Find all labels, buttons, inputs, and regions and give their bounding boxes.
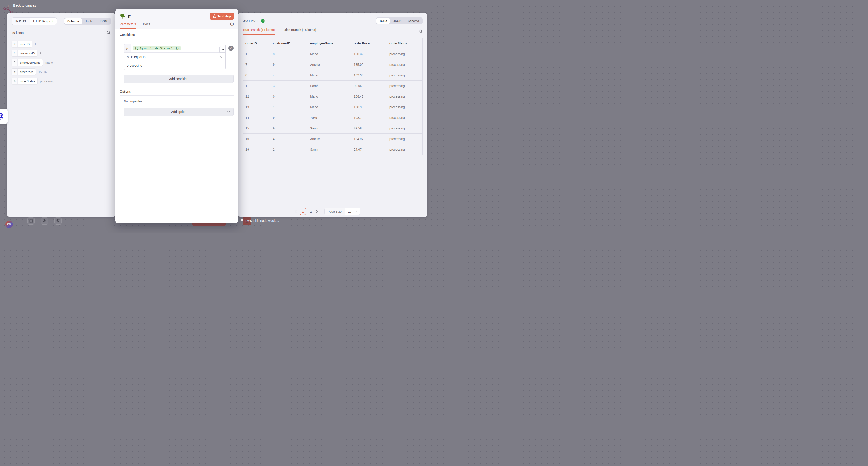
table-row[interactable]: 13 1 Mario 138.99 processing	[243, 102, 423, 112]
cell: processing	[387, 123, 423, 134]
field-value: 150.32	[38, 70, 48, 74]
column-header[interactable]: orderPrice	[351, 38, 387, 49]
page-button-1[interactable]: 1	[300, 208, 306, 215]
section-divider	[120, 95, 234, 96]
tab-docs[interactable]: Docs	[143, 22, 150, 29]
input-tab-schema[interactable]: Schema	[64, 18, 82, 24]
schema-item[interactable]: # orderID 1	[11, 41, 36, 47]
column-header[interactable]: customerID	[270, 38, 307, 49]
cell: 14	[243, 112, 270, 123]
table-row[interactable]: 14 9 Yoko 108.7 processing	[243, 112, 423, 123]
field-name: orderPrice	[18, 69, 36, 75]
output-tab-schema[interactable]: Schema	[405, 18, 422, 24]
chevron-down-icon	[227, 111, 230, 113]
input-tab-table[interactable]: Table	[83, 18, 96, 24]
schema-item[interactable]: A employeeName Mario	[11, 59, 53, 66]
back-to-canvas-button[interactable]: ← Back to canvas	[7, 3, 36, 7]
field-type-icon: #	[12, 41, 18, 47]
input-node-chip-http-request[interactable]	[0, 109, 8, 124]
cell: Mario	[307, 70, 351, 80]
field-name: employeeName	[18, 59, 43, 66]
tab-parameters[interactable]: Parameters	[120, 22, 136, 29]
input-node-button[interactable]: HTTP Request	[30, 18, 57, 25]
page-button-2[interactable]: 2	[309, 210, 313, 213]
cell: 90.56	[351, 80, 387, 91]
column-header[interactable]: orderStatus	[387, 38, 423, 49]
table-row[interactable]: 16 4 Amelie 124.97 processing	[243, 134, 423, 144]
input-view-switcher: Schema Table JSON	[64, 18, 111, 25]
table-row[interactable]: 1 8 Mario 150.32 processing	[243, 49, 423, 59]
output-search-button[interactable]	[418, 29, 423, 33]
tab-true-branch[interactable]: True Branch (14 items)	[243, 28, 275, 35]
column-header[interactable]: orderID	[243, 38, 270, 49]
cell: 135.02	[351, 59, 387, 70]
input-node-selector: INPUT HTTP Request	[11, 18, 57, 25]
branch-tabs: True Branch (14 items) False Branch (16 …	[243, 28, 423, 35]
cell: Mario	[307, 102, 351, 112]
condition-operator-select[interactable]: A is equal to	[124, 53, 225, 61]
expression-input[interactable]: {{ $json["orderStatus"] }}	[133, 46, 181, 51]
field-name: customerID	[18, 50, 37, 57]
back-to-canvas-label: Back to canvas	[13, 3, 36, 7]
table-row[interactable]: 11 3 Sarah 90.56 processing	[243, 80, 423, 91]
page-size-select[interactable]: 10	[345, 208, 360, 215]
cell: processing	[387, 102, 423, 112]
cell: 16	[243, 134, 270, 144]
cell: 9	[270, 112, 307, 123]
page-size-control: Page Size 10	[324, 208, 361, 215]
cell: Sarah	[307, 80, 351, 91]
page-size-value: 10	[348, 210, 351, 213]
output-tab-table[interactable]: Table	[376, 18, 390, 24]
operator-label: is equal to	[131, 55, 146, 59]
cell: 3	[270, 80, 307, 91]
zoom-in-button	[41, 217, 48, 225]
tab-false-branch[interactable]: False Branch (16 items)	[283, 28, 316, 35]
cell: processing	[387, 112, 423, 123]
field-name: orderID	[18, 41, 32, 47]
cell: Amelie	[307, 134, 351, 144]
add-condition-button[interactable]: Add condition	[124, 74, 234, 83]
cell: Samir	[307, 144, 351, 155]
success-check-icon: ✓	[261, 19, 265, 23]
open-expression-editor-button[interactable]	[219, 46, 225, 53]
add-option-button[interactable]: Add option	[124, 107, 234, 116]
cell: 13	[243, 102, 270, 112]
cell: Samir	[307, 123, 351, 134]
conditions-heading: Conditions	[120, 33, 234, 37]
search-icon	[418, 29, 423, 33]
node-settings-gear-icon[interactable]: ⚙	[230, 22, 234, 27]
cell: 32.58	[351, 123, 387, 134]
table-row[interactable]: 7 9 Amelie 135.02 processing	[243, 59, 423, 70]
parameters-pane: Conditions fx {{ $json["orderStatus"] }}…	[115, 29, 238, 223]
table-row[interactable]: 12 6 Mario 168.48 processing	[243, 91, 423, 102]
page-size-label: Page Size	[324, 208, 345, 215]
no-properties-text: No properties	[124, 100, 234, 103]
next-page-button[interactable]	[316, 210, 318, 213]
add-option-label: Add option	[171, 110, 186, 113]
cell: 1	[243, 49, 270, 59]
flask-icon	[213, 14, 216, 18]
column-header[interactable]: employeeName	[307, 38, 351, 49]
condition-right-value[interactable]: processing	[124, 61, 225, 70]
schema-item[interactable]: # orderPrice 150.32	[11, 68, 48, 75]
input-search-button[interactable]	[107, 31, 111, 35]
cell: 6	[270, 91, 307, 102]
cell: 9	[270, 59, 307, 70]
previous-page-button[interactable]	[294, 210, 297, 213]
zoom-out-icon	[56, 219, 60, 223]
table-row[interactable]: 15 9 Samir 32.58 processing	[243, 123, 423, 134]
cell: 168.48	[351, 91, 387, 102]
condition-left-value[interactable]: fx {{ $json["orderStatus"] }}	[124, 44, 225, 53]
input-tab-json[interactable]: JSON	[96, 18, 110, 24]
cell: 124.97	[351, 134, 387, 144]
schema-item[interactable]: # customerID 8	[11, 50, 41, 57]
expand-icon	[221, 48, 224, 51]
schema-item[interactable]: A orderStatus processing	[11, 78, 54, 85]
condition-card: fx {{ $json["orderStatus"] }} A is equal…	[124, 44, 225, 70]
table-row[interactable]: 19 2 Samir 24.07 processing	[243, 144, 423, 155]
output-tab-json[interactable]: JSON	[391, 18, 404, 24]
test-step-button[interactable]: Test step	[210, 13, 234, 20]
node-feedback-link[interactable]: I wish this node would...	[240, 219, 279, 223]
condition-valid-icon: ✓	[228, 46, 234, 51]
table-row[interactable]: 8 4 Mario 163.38 processing	[243, 70, 423, 80]
